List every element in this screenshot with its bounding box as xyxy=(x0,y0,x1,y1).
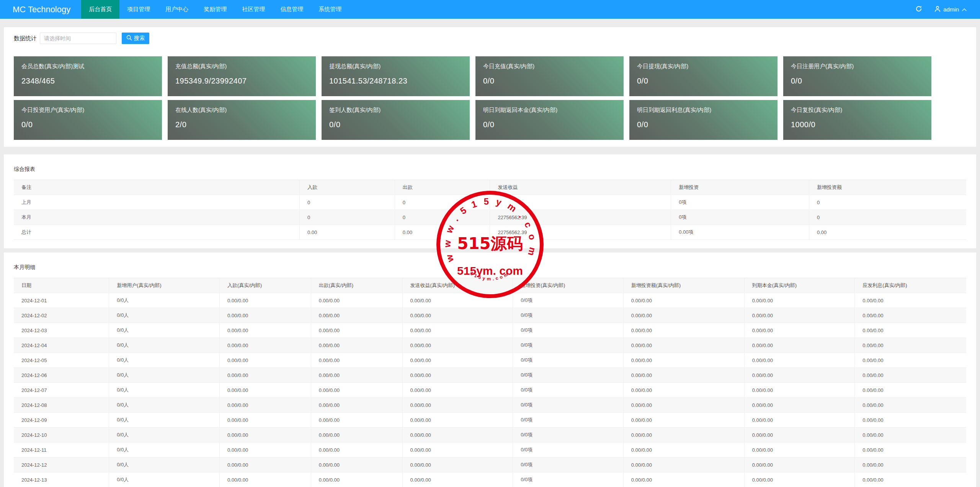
table-cell: 0.00/0.00 xyxy=(311,443,402,457)
table-cell: 2024-12-02 xyxy=(14,308,109,323)
table-cell: 0项 xyxy=(671,210,809,225)
nav-item-system[interactable]: 系统管理 xyxy=(311,0,349,19)
table-cell: 0.00/0.00 xyxy=(744,398,855,413)
table-row: 2024-12-050/0人0.00/0.000.00/0.000.00/0.0… xyxy=(14,353,966,368)
nav-item-reward[interactable]: 奖励管理 xyxy=(196,0,234,19)
table-cell: 上月 xyxy=(14,195,299,210)
table-cell: 0.00/0.00 xyxy=(623,338,744,353)
table-row: 2024-12-130/0人0.00/0.000.00/0.000.00/0.0… xyxy=(14,472,966,487)
table-cell: 0 xyxy=(299,210,395,225)
refresh-button[interactable] xyxy=(908,0,929,19)
search-button-label: 搜索 xyxy=(134,35,145,42)
table-cell: 0.00/0.00 xyxy=(311,353,402,368)
table-row: 2024-12-080/0人0.00/0.000.00/0.000.00/0.0… xyxy=(14,398,966,413)
stat-card-value: 2/0 xyxy=(175,120,308,129)
table-cell: 0/0人 xyxy=(109,353,220,368)
table-cell: 0 xyxy=(299,195,395,210)
table-cell: 0/0项 xyxy=(513,472,624,487)
table-cell: 22756562.39 xyxy=(490,225,671,240)
stat-card-title: 今日注册用户(真实/内部) xyxy=(791,63,924,70)
table-cell: 2024-12-11 xyxy=(14,443,109,457)
table-cell: 0/0项 xyxy=(513,457,624,472)
table-cell: 0.00/0.00 xyxy=(855,338,966,353)
nav-item-info[interactable]: 信息管理 xyxy=(273,0,311,19)
table-cell: 0.00/0.00 xyxy=(311,398,402,413)
detail-table: 日期新增用户(真实/内部)入款(真实/内部)出款(真实/内部)发送收益(真实/内… xyxy=(14,278,966,487)
stat-card-title: 今日充值(真实/内部) xyxy=(483,63,616,70)
detail-header-row: 日期新增用户(真实/内部)入款(真实/内部)出款(真实/内部)发送收益(真实/内… xyxy=(14,278,966,293)
nav-item-project[interactable]: 项目管理 xyxy=(119,0,158,19)
stat-card: 今日提现(真实/内部)0/0 xyxy=(629,56,777,96)
stat-card-title: 提现总额(真实/内部) xyxy=(329,63,462,70)
table-cell: 2024-12-10 xyxy=(14,428,109,443)
table-cell: 0.00/0.00 xyxy=(855,293,966,308)
table-cell: 0/0人 xyxy=(109,413,220,428)
table-cell: 0/0项 xyxy=(513,308,624,323)
table-cell: 0.00/0.00 xyxy=(311,383,402,398)
stat-card-value: 0/0 xyxy=(483,77,616,85)
chevron-up-icon xyxy=(962,6,967,13)
table-row: 2024-12-040/0人0.00/0.000.00/0.000.00/0.0… xyxy=(14,338,966,353)
search-icon xyxy=(126,35,132,42)
stat-card: 签到人数(真实/内部)0/0 xyxy=(322,100,470,140)
table-cell: 2024-12-09 xyxy=(14,413,109,428)
table-cell: 0/0项 xyxy=(513,398,624,413)
summary-table: 备注入款出款发送收益新增投资新增投资额 上月000项0本月0022756562.… xyxy=(14,180,966,240)
table-cell: 0.00 xyxy=(299,225,395,240)
table-cell: 0.00/0.00 xyxy=(311,413,402,428)
table-cell: 0.00/0.00 xyxy=(623,293,744,308)
nav-item-community[interactable]: 社区管理 xyxy=(234,0,273,19)
table-cell: 0.00/0.00 xyxy=(402,413,513,428)
date-range-input[interactable] xyxy=(40,33,116,44)
table-cell: 2024-12-05 xyxy=(14,353,109,368)
table-row: 2024-12-120/0人0.00/0.000.00/0.000.00/0.0… xyxy=(14,457,966,472)
stat-card-title: 明日到期返回利息(真实/内部) xyxy=(637,107,770,114)
table-cell: 0.00/0.00 xyxy=(402,383,513,398)
table-cell: 0.00/0.00 xyxy=(744,368,855,383)
table-cell: 0.00/0.00 xyxy=(744,308,855,323)
table-cell: 0/0项 xyxy=(513,383,624,398)
stat-card-value: 0/0 xyxy=(637,120,770,129)
table-cell: 0.00/0.00 xyxy=(219,308,311,323)
table-cell: 0.00/0.00 xyxy=(402,293,513,308)
username: admin xyxy=(943,6,959,13)
table-cell: 0/0项 xyxy=(513,413,624,428)
table-cell: 0.00/0.00 xyxy=(219,443,311,457)
table-cell: 0.00/0.00 xyxy=(744,428,855,443)
table-cell: 0.00/0.00 xyxy=(219,383,311,398)
table-cell: 0.00/0.00 xyxy=(744,383,855,398)
table-cell: 0.00/0.00 xyxy=(311,368,402,383)
table-cell: 0.00/0.00 xyxy=(311,293,402,308)
search-button[interactable]: 搜索 xyxy=(122,33,149,44)
table-row: 2024-12-060/0人0.00/0.000.00/0.000.00/0.0… xyxy=(14,368,966,383)
table-cell: 0/0人 xyxy=(109,293,220,308)
table-cell: 0.00/0.00 xyxy=(219,413,311,428)
table-cell: 0.00/0.00 xyxy=(855,368,966,383)
table-cell: 0/0人 xyxy=(109,323,220,338)
stat-card-value: 1000/0 xyxy=(791,120,924,129)
table-cell: 总计 xyxy=(14,225,299,240)
table-cell: 2024-12-08 xyxy=(14,398,109,413)
column-header: 备注 xyxy=(14,180,299,195)
stat-card-value: 195349.9/23992407 xyxy=(175,77,308,85)
table-row: 2024-12-030/0人0.00/0.000.00/0.000.00/0.0… xyxy=(14,323,966,338)
table-cell: 0/0人 xyxy=(109,398,220,413)
column-header: 应发利息(真实/内部) xyxy=(855,278,966,293)
nav-item-home[interactable]: 后台首页 xyxy=(81,0,119,19)
user-menu[interactable]: admin xyxy=(929,0,972,19)
stat-card-value: 101541.53/248718.23 xyxy=(329,77,462,85)
column-header: 新增投资额(真实/内部) xyxy=(623,278,744,293)
stat-card: 提现总额(真实/内部)101541.53/248718.23 xyxy=(322,56,470,96)
table-cell: 0项 xyxy=(671,195,809,210)
table-cell: 0/0项 xyxy=(513,338,624,353)
table-cell: 0.00/0.00 xyxy=(402,398,513,413)
stat-card-title: 充值总额(真实/内部) xyxy=(175,63,308,70)
table-cell: 0.00/0.00 xyxy=(402,428,513,443)
table-cell: 0/0人 xyxy=(109,457,220,472)
stat-card-title: 今日投资用户(真实/内部) xyxy=(21,107,154,114)
user-icon xyxy=(934,6,941,13)
nav-item-user[interactable]: 用户中心 xyxy=(158,0,196,19)
stat-card-value: 0/0 xyxy=(21,120,154,129)
table-cell: 0.00/0.00 xyxy=(623,308,744,323)
table-cell: 2024-12-12 xyxy=(14,457,109,472)
